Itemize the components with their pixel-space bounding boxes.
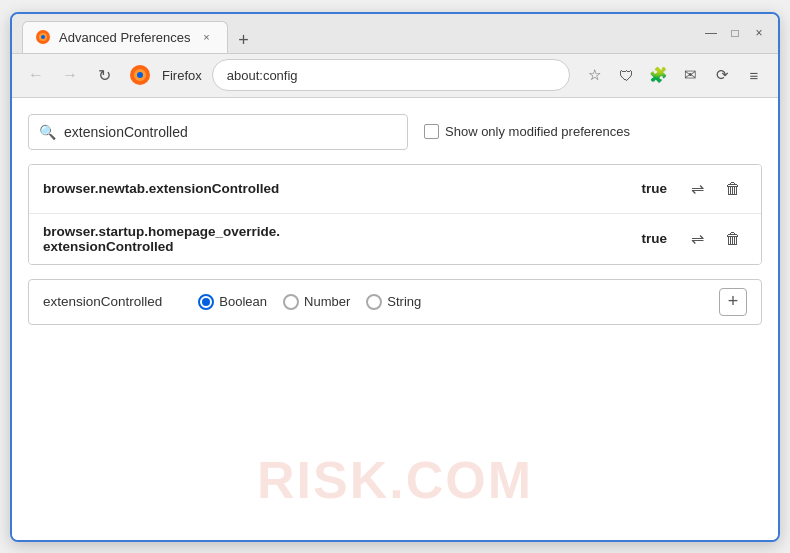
toggle-button-2[interactable]: ⇌ bbox=[683, 225, 711, 253]
delete-icon: 🗑 bbox=[725, 230, 741, 248]
minimize-button[interactable]: — bbox=[702, 24, 720, 42]
bookmark-icon: ☆ bbox=[588, 66, 601, 84]
forward-icon: → bbox=[62, 66, 78, 84]
row-actions-2: ⇌ 🗑 bbox=[683, 225, 747, 253]
radio-label-boolean: Boolean bbox=[219, 294, 267, 309]
radio-circle-boolean bbox=[198, 294, 214, 310]
content-area: 🔍 Show only modified preferences browser… bbox=[12, 98, 778, 540]
menu-button[interactable]: ≡ bbox=[740, 61, 768, 89]
pref-name-2: browser.startup.homepage_override.extens… bbox=[43, 224, 633, 254]
url-bar[interactable]: about:config bbox=[212, 59, 570, 91]
tab-close-button[interactable]: × bbox=[199, 29, 215, 45]
type-radio-group: Boolean Number String bbox=[198, 294, 703, 310]
mail-button[interactable]: ✉ bbox=[676, 61, 704, 89]
url-text: about:config bbox=[227, 68, 298, 83]
window-close-button[interactable]: × bbox=[750, 24, 768, 42]
window-controls: — □ × bbox=[702, 24, 768, 42]
bookmark-button[interactable]: ☆ bbox=[580, 61, 608, 89]
table-row: browser.startup.homepage_override.extens… bbox=[29, 214, 761, 264]
firefox-brand-label: Firefox bbox=[162, 68, 202, 83]
maximize-button[interactable]: □ bbox=[726, 24, 744, 42]
extension-button[interactable]: 🧩 bbox=[644, 61, 672, 89]
back-icon: ← bbox=[28, 66, 44, 84]
forward-button[interactable]: → bbox=[56, 61, 84, 89]
toggle-icon: ⇌ bbox=[691, 229, 704, 248]
add-preference-button[interactable]: + bbox=[719, 288, 747, 316]
tab-title: Advanced Preferences bbox=[59, 30, 191, 45]
search-icon: 🔍 bbox=[39, 124, 56, 140]
reload-button[interactable]: ↻ bbox=[90, 61, 118, 89]
toggle-icon: ⇌ bbox=[691, 179, 704, 198]
extension-icon: 🧩 bbox=[649, 66, 668, 84]
show-modified-label: Show only modified preferences bbox=[445, 124, 630, 139]
delete-button-1[interactable]: 🗑 bbox=[719, 175, 747, 203]
radio-label-number: Number bbox=[304, 294, 350, 309]
watermark: RISK.COM bbox=[257, 450, 533, 510]
mail-icon: ✉ bbox=[684, 66, 697, 84]
active-tab[interactable]: Advanced Preferences × bbox=[22, 21, 228, 53]
show-modified-checkbox[interactable] bbox=[424, 124, 439, 139]
menu-icon: ≡ bbox=[750, 67, 759, 84]
search-box[interactable]: 🔍 bbox=[28, 114, 408, 150]
delete-icon: 🗑 bbox=[725, 180, 741, 198]
search-input[interactable] bbox=[64, 124, 397, 140]
shield-icon: 🛡 bbox=[619, 67, 634, 84]
radio-circle-number bbox=[283, 294, 299, 310]
radio-option-boolean[interactable]: Boolean bbox=[198, 294, 267, 310]
show-modified-area: Show only modified preferences bbox=[424, 124, 630, 139]
delete-button-2[interactable]: 🗑 bbox=[719, 225, 747, 253]
account-button[interactable]: ⟳ bbox=[708, 61, 736, 89]
reload-icon: ↻ bbox=[98, 66, 111, 85]
table-row: browser.newtab.extensionControlled true … bbox=[29, 165, 761, 214]
account-icon: ⟳ bbox=[716, 66, 729, 84]
pref-value-2: true bbox=[641, 231, 667, 246]
row-actions-1: ⇌ 🗑 bbox=[683, 175, 747, 203]
back-button[interactable]: ← bbox=[22, 61, 50, 89]
firefox-logo bbox=[128, 63, 152, 87]
new-pref-name: extensionControlled bbox=[43, 294, 162, 309]
pref-value-1: true bbox=[641, 181, 667, 196]
svg-point-2 bbox=[41, 35, 45, 39]
tab-favicon bbox=[35, 29, 51, 45]
browser-window: Advanced Preferences × + — □ × ← → ↻ bbox=[10, 12, 780, 542]
results-table: browser.newtab.extensionControlled true … bbox=[28, 164, 762, 265]
radio-option-number[interactable]: Number bbox=[283, 294, 350, 310]
search-row: 🔍 Show only modified preferences bbox=[28, 114, 762, 150]
navigation-bar: ← → ↻ Firefox about:config ☆ 🛡 bbox=[12, 54, 778, 98]
radio-label-string: String bbox=[387, 294, 421, 309]
shield-button[interactable]: 🛡 bbox=[612, 61, 640, 89]
radio-circle-string bbox=[366, 294, 382, 310]
new-tab-button[interactable]: + bbox=[232, 29, 256, 53]
radio-option-string[interactable]: String bbox=[366, 294, 421, 310]
svg-point-5 bbox=[137, 72, 143, 78]
tab-area: Advanced Preferences × + bbox=[22, 14, 702, 53]
new-preference-row: extensionControlled Boolean Number Strin… bbox=[28, 279, 762, 325]
pref-name-1: browser.newtab.extensionControlled bbox=[43, 181, 633, 196]
title-bar: Advanced Preferences × + — □ × bbox=[12, 14, 778, 54]
toggle-button-1[interactable]: ⇌ bbox=[683, 175, 711, 203]
nav-icons-group: ☆ 🛡 🧩 ✉ ⟳ ≡ bbox=[580, 61, 768, 89]
